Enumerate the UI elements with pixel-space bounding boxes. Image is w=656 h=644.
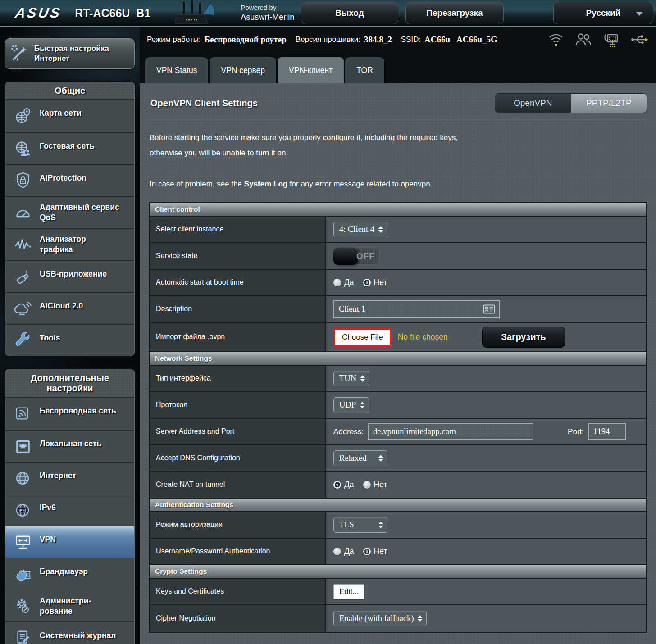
operation-mode-link[interactable]: Беспроводной роутер bbox=[205, 35, 287, 45]
row-description: Description Client 1 bbox=[150, 296, 646, 323]
svg-text:IPV6: IPV6 bbox=[19, 508, 27, 512]
clients-icon[interactable] bbox=[575, 32, 592, 47]
ssid-label: SSID: bbox=[401, 35, 421, 44]
service-state-toggle[interactable]: OFF bbox=[333, 248, 379, 265]
general-group-header: Общие bbox=[5, 82, 134, 100]
sidebar-item-aicloud[interactable]: AiCloud 2.0 bbox=[5, 292, 134, 324]
logout-button[interactable]: Выход bbox=[301, 2, 398, 24]
firmware-version-link[interactable]: 384.8_2 bbox=[364, 35, 392, 45]
ethernet-port-icon bbox=[12, 436, 34, 457]
row-service-state: Service state OFF bbox=[150, 243, 646, 270]
server-address-input[interactable]: de.vpnunlimitedapp.com bbox=[368, 423, 533, 440]
cipher-negotiation-select[interactable]: Enable (with fallback) bbox=[333, 611, 427, 626]
tab-tor[interactable]: TOR bbox=[345, 57, 384, 83]
userpass-yes-radio[interactable] bbox=[333, 548, 341, 555]
sidebar-item-firewall[interactable]: Брандмауэр bbox=[5, 558, 134, 590]
sidebar-item-usb-application[interactable]: USB-приложение bbox=[5, 260, 134, 292]
accept-dns-select[interactable]: Relaxed bbox=[333, 450, 387, 466]
server-port-input[interactable]: 1194 bbox=[588, 423, 626, 440]
language-select[interactable]: Русский bbox=[553, 2, 653, 24]
title-divider bbox=[148, 121, 648, 122]
sidebar-item-ipv6[interactable]: IPV6 IPv6 bbox=[5, 494, 134, 526]
advanced-group-header: Дополнительные настройки bbox=[5, 369, 134, 398]
wireless-icon bbox=[12, 403, 34, 424]
openvpn-type-button[interactable]: OpenVPN bbox=[495, 94, 571, 113]
asus-logo: ASUS bbox=[14, 5, 63, 21]
row-create-nat: Create NAT on tunnel Да Нет bbox=[150, 472, 646, 499]
contact-card-icon bbox=[483, 304, 495, 314]
row-interface-type: Тип интерфейса TUN bbox=[150, 366, 646, 392]
quick-setup-button[interactable]: Быстрая настройка Интернет bbox=[5, 38, 135, 69]
reboot-button[interactable]: Перезагрузка bbox=[405, 2, 504, 24]
autostart-no-radio[interactable] bbox=[363, 279, 371, 286]
sidebar-item-aiprotection[interactable]: AiProtection bbox=[5, 164, 134, 196]
section-header-crypto: Crypto Settings bbox=[150, 565, 646, 579]
ssid-2g-link[interactable]: AC66u bbox=[424, 35, 450, 45]
row-protocol: Протокол UDP bbox=[150, 392, 646, 419]
section-header-auth: Authentication Settings bbox=[150, 499, 646, 512]
nat-no-radio[interactable] bbox=[363, 481, 371, 489]
vpn-monitor-icon bbox=[12, 532, 34, 553]
operation-mode-label: Режим работы: bbox=[147, 35, 201, 44]
port-label: Port: bbox=[568, 427, 584, 436]
sidebar-group-advanced: Дополнительные настройки Беспроводная се… bbox=[5, 369, 135, 644]
tab-vpn-status[interactable]: VPN Status bbox=[145, 57, 208, 83]
quick-setup-label: Быстрая настройка Интернет bbox=[34, 44, 109, 63]
choose-file-button[interactable]: Choose File bbox=[333, 328, 392, 347]
globe-icon bbox=[12, 468, 34, 489]
powered-by: Powered by Asuswrt-Merlin bbox=[241, 4, 294, 22]
sidebar-item-vpn[interactable]: VPN bbox=[5, 526, 134, 558]
tab-bar: VPN Status VPN сервер VPN-клиент TOR bbox=[140, 52, 656, 83]
client-instance-select[interactable]: 4: Client 4 bbox=[333, 222, 387, 237]
edit-keys-button[interactable]: Edit... bbox=[333, 584, 364, 599]
autostart-yes-radio[interactable] bbox=[333, 279, 341, 286]
waveform-icon bbox=[12, 234, 34, 255]
tab-vpn-client[interactable]: VPN-клиент bbox=[278, 57, 344, 83]
wrench-icon bbox=[12, 330, 34, 351]
note-text: In case of problem, see the System Log f… bbox=[150, 180, 646, 189]
sidebar-item-administration[interactable]: Администри- рование bbox=[5, 590, 134, 621]
sidebar-item-guest-network[interactable]: Гостевая сеть bbox=[5, 132, 134, 164]
sidebar-item-wireless[interactable]: Беспроводная сеть bbox=[5, 398, 134, 430]
row-automatic-start: Automatic start at boot time Да Нет bbox=[150, 270, 646, 296]
sidebar-item-wan[interactable]: Интернет bbox=[5, 462, 134, 494]
interface-type-select[interactable]: TUN bbox=[333, 371, 369, 386]
sidebar-item-traffic-analyzer[interactable]: Анализатор трафика bbox=[5, 228, 134, 260]
section-header-network: Network Settings bbox=[150, 352, 646, 366]
row-cipher-negotiation: Cipher Negotiation Enable (with fallback… bbox=[150, 605, 646, 632]
sidebar-item-network-map[interactable]: Карта сети bbox=[5, 100, 134, 132]
chevron-down-icon bbox=[636, 12, 643, 16]
tab-vpn-server[interactable]: VPN сервер bbox=[210, 57, 276, 83]
userpass-no-radio[interactable] bbox=[363, 548, 371, 555]
sidebar-item-qos[interactable]: Адаптивный сервис QoS bbox=[5, 196, 134, 228]
ssid-5g-link[interactable]: AC66u_5G bbox=[456, 35, 497, 45]
select-spinner-icon bbox=[418, 615, 422, 622]
sidebar: Быстрая настройка Интернет Общие Карта с… bbox=[0, 27, 140, 644]
sidebar-item-lan[interactable]: Локальная сеть bbox=[5, 430, 134, 462]
sidebar-item-system-log[interactable]: Системный журнал bbox=[5, 621, 134, 644]
usb-drive-icon bbox=[12, 266, 34, 287]
sidebar-item-tools[interactable]: Tools bbox=[5, 324, 134, 356]
pptp-l2tp-type-button[interactable]: PPTP/L2TP bbox=[571, 94, 647, 113]
auth-mode-select[interactable]: TLS bbox=[333, 517, 387, 533]
cloud-icon bbox=[12, 298, 34, 319]
magic-wand-icon bbox=[8, 43, 31, 64]
usb-icon[interactable] bbox=[631, 33, 649, 46]
content-panel: OpenVPN Client Settings OpenVPN PPTP/L2T… bbox=[140, 83, 656, 644]
protocol-select[interactable]: UDP bbox=[333, 397, 369, 413]
upload-button[interactable]: Загрузить bbox=[482, 327, 565, 348]
gear-icon bbox=[12, 596, 34, 617]
section-header-client-control: Client control bbox=[150, 203, 646, 217]
system-log-link[interactable]: System Log bbox=[244, 180, 287, 188]
description-input[interactable]: Client 1 bbox=[333, 300, 500, 318]
network-map-icon bbox=[12, 105, 34, 126]
select-spinner-icon bbox=[360, 402, 364, 408]
screen-share-icon[interactable] bbox=[603, 32, 620, 48]
row-accept-dns: Accept DNS Configuration Relaxed bbox=[150, 445, 646, 472]
page-title: OpenVPN Client Settings bbox=[150, 98, 258, 109]
nat-yes-radio[interactable] bbox=[333, 481, 341, 489]
no-file-chosen-text: No file chosen bbox=[398, 332, 448, 342]
wifi-icon[interactable] bbox=[548, 32, 564, 47]
row-server-address-port: Server Address and Port Address: de.vpnu… bbox=[150, 419, 646, 445]
firmware-label: Версия прошивки: bbox=[296, 35, 360, 44]
